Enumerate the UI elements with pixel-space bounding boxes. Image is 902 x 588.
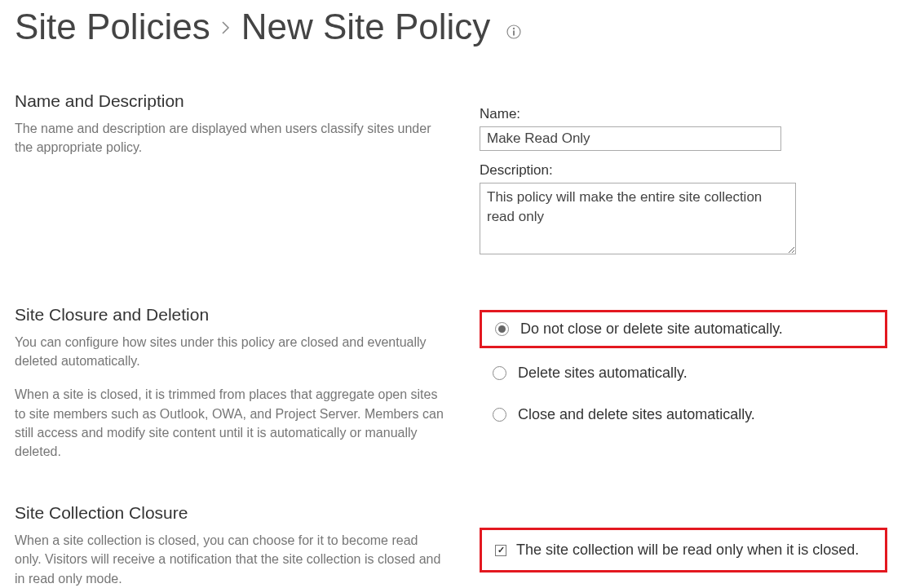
section-heading-name: Name and Description — [15, 91, 447, 111]
section-desc-closure1: You can configure how sites under this p… — [15, 333, 447, 370]
radio-icon[interactable] — [493, 366, 506, 380]
radio-icon[interactable] — [495, 322, 509, 336]
section-site-collection-closure: Site Collection Closure When a site coll… — [15, 503, 887, 588]
section-heading-closure: Site Closure and Deletion — [15, 305, 447, 325]
radio-option-delete-auto[interactable]: Delete sites automatically. — [480, 356, 887, 390]
breadcrumb-parent[interactable]: Site Policies — [15, 7, 210, 47]
svg-rect-2 — [513, 31, 515, 36]
description-textarea[interactable] — [480, 183, 796, 254]
checkbox-label: The site collection will be read only wh… — [516, 542, 859, 559]
radio-label: Delete sites automatically. — [518, 365, 688, 382]
section-name-description: Name and Description The name and descri… — [15, 91, 887, 269]
section-desc-collection: When a site collection is closed, you ca… — [15, 531, 447, 588]
checkbox-readonly-on-close[interactable]: The site collection will be read only wh… — [480, 528, 887, 573]
radio-option-close-delete-auto[interactable]: Close and delete sites automatically. — [480, 398, 887, 431]
radio-icon[interactable] — [493, 408, 506, 422]
section-desc-name: The name and description are displayed w… — [15, 119, 447, 157]
breadcrumb: Site Policies New Site Policy — [15, 0, 887, 67]
section-heading-collection: Site Collection Closure — [15, 503, 447, 523]
radio-label: Close and delete sites automatically. — [518, 406, 755, 423]
section-site-closure: Site Closure and Deletion You can config… — [15, 305, 887, 461]
radio-option-do-not-close[interactable]: Do not close or delete site automaticall… — [480, 310, 887, 348]
checkbox-icon[interactable] — [495, 545, 506, 556]
page-title: New Site Policy — [241, 7, 491, 47]
svg-point-1 — [513, 28, 515, 29]
name-label: Name: — [480, 106, 887, 122]
name-input[interactable] — [480, 126, 781, 151]
description-label: Description: — [480, 162, 887, 179]
info-icon[interactable] — [506, 24, 521, 39]
section-desc-closure2: When a site is closed, it is trimmed fro… — [15, 385, 447, 461]
chevron-right-icon — [222, 18, 230, 39]
radio-label: Do not close or delete site automaticall… — [520, 321, 783, 338]
